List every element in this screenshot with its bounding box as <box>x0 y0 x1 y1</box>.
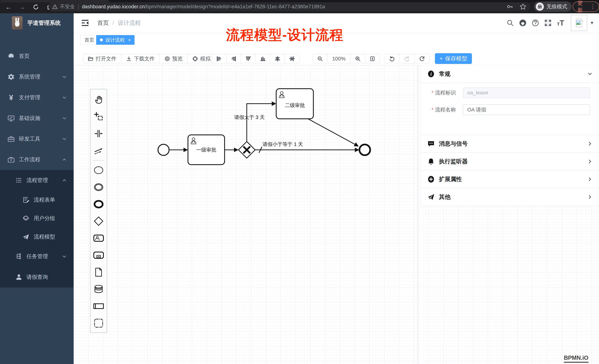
align-center-vertical-icon[interactable] <box>270 54 285 63</box>
process-key-field-row: * 流程标识 <box>421 87 599 98</box>
chevron-right-icon <box>587 194 593 200</box>
preview-button[interactable]: 预览 <box>160 54 188 63</box>
avatar[interactable] <box>571 15 587 31</box>
avatar-dropdown-icon[interactable]: ▼ <box>590 20 594 25</box>
sequence-flow-task2-to-end[interactable] <box>308 119 359 146</box>
process-name-field-row: * 流程名称 <box>421 104 599 115</box>
sequence-flow-task1-to-gateway[interactable] <box>225 148 238 152</box>
update-label[interactable]: 更新 <box>578 0 587 14</box>
end-event[interactable] <box>360 144 370 155</box>
panel-scrollbar[interactable] <box>417 65 420 364</box>
download-icon <box>126 56 132 61</box>
align-right-icon[interactable] <box>226 54 241 63</box>
flow-list-icon <box>15 176 23 184</box>
undo-icon[interactable] <box>384 54 400 63</box>
align-top-icon[interactable] <box>241 54 256 63</box>
incognito-badge: 无痕模式 <box>534 1 572 12</box>
broken-image-icon <box>574 18 584 28</box>
chevron-up-icon <box>62 157 67 162</box>
chevron-right-icon <box>587 159 593 164</box>
restart-icon[interactable] <box>414 54 430 63</box>
sidebar-item-process-form[interactable]: 流程表单 <box>0 191 74 209</box>
reload-icon[interactable] <box>32 3 40 11</box>
sidebar-item-infra[interactable]: 基础设施 <box>0 108 74 129</box>
send-icon <box>427 193 435 201</box>
section-general[interactable]: i 常规 <box>421 65 599 83</box>
sidebar-item-process-model[interactable]: 流程模型 <box>0 228 74 246</box>
section-extended-attributes[interactable]: 扩展属性 <box>421 170 599 188</box>
breadcrumb: 首页 / 设计流程 <box>97 13 141 33</box>
forward-icon[interactable]: → <box>18 3 26 11</box>
panel-divider <box>421 206 599 206</box>
process-name-input[interactable] <box>463 104 590 115</box>
tab-design-process[interactable]: 设计流程 × <box>96 35 134 45</box>
sidebar-item-workflow[interactable]: 工作流程 <box>0 149 74 170</box>
sidebar-item-leave-query[interactable]: 请假查询 <box>0 267 74 288</box>
align-bottom-icon[interactable] <box>256 54 270 63</box>
download-file-button[interactable]: 下载文件 <box>121 54 160 63</box>
app-title: 芋道管理系统 <box>27 19 61 27</box>
task2-label: 二级审批 <box>285 102 305 108</box>
align-center-horizontal-icon[interactable] <box>285 54 300 63</box>
browser-active-tab[interactable] <box>0 0 109 2</box>
sequence-flow-gateway-to-task2[interactable] <box>247 102 276 142</box>
incognito-label: 无痕模式 <box>546 3 567 10</box>
briefcase-icon <box>7 156 15 164</box>
simulate-button[interactable]: 模拟 <box>188 54 216 63</box>
section-execution-listener[interactable]: 执行监听器 <box>421 153 599 170</box>
user-task-level2[interactable]: 二级审批 <box>276 89 313 119</box>
warning-icon <box>52 4 58 9</box>
bell-icon <box>427 158 435 165</box>
process-key-input[interactable] <box>463 87 590 98</box>
sidebar-item-home[interactable]: 首页 <box>0 46 74 67</box>
sidebar-item-devtools[interactable]: 研发工具 <box>0 129 74 149</box>
font-size-icon[interactable]: тT <box>554 13 567 33</box>
url-bar[interactable]: 不安全 dashboard.yudao.iocoder.cn/bpm/manag… <box>48 2 530 11</box>
sidebar-collapse-icon[interactable] <box>80 18 90 28</box>
github-icon[interactable] <box>517 13 529 33</box>
section-message-signal[interactable]: 消息与信号 <box>421 135 599 152</box>
bookmark-star-icon[interactable] <box>520 3 527 10</box>
open-file-button[interactable]: 打开文件 <box>83 54 121 63</box>
flow-label-greater-than: 请假大于 3 天 <box>234 115 265 120</box>
url-host: dashboard.yudao.iocoder.cn <box>82 4 145 10</box>
flow-label-less-equal: 请假小于等于 1 天 <box>263 142 303 147</box>
browser-menu-icon[interactable]: ⋮ <box>590 4 596 9</box>
save-model-button[interactable]: + 保存模型 <box>435 53 472 64</box>
password-key-icon[interactable] <box>507 3 513 10</box>
zoom-out-icon[interactable] <box>313 54 327 63</box>
sidebar-item-user-group[interactable]: 用户分组 <box>0 209 74 228</box>
sidebar-item-system[interactable]: 系统管理 <box>0 67 74 87</box>
user-task-level1[interactable]: 一级审批 <box>188 135 225 165</box>
chip-icon <box>192 56 198 61</box>
breadcrumb-home[interactable]: 首页 <box>97 19 109 27</box>
sidebar-item-process-mgmt[interactable]: 流程管理 <box>0 170 74 191</box>
browser-update-button[interactable]: 更新 ⋮ <box>573 1 599 12</box>
process-name-label: 流程名称 <box>435 106 463 113</box>
bpmn-canvas[interactable]: 一级审批 二级审批 请假大于 3 天 请假小于等于 1 天 i 常规 * <box>74 65 599 364</box>
tab-close-icon[interactable]: × <box>128 37 131 43</box>
sequence-flow-start-to-task1[interactable] <box>169 148 188 152</box>
help-icon[interactable] <box>529 13 542 33</box>
page-title-annotation: 流程模型-设计流程 <box>226 26 344 44</box>
chevron-right-icon <box>587 177 593 182</box>
sidebar-item-task-mgmt[interactable]: 任务管理 <box>0 246 74 267</box>
sequence-flow-gateway-to-end[interactable] <box>255 147 359 153</box>
start-event[interactable] <box>158 144 169 155</box>
chevron-down-icon <box>62 254 67 259</box>
bpmn-io-logo[interactable]: BPMN.iO <box>564 355 589 363</box>
sidebar-item-payment[interactable]: ¥ 支付管理 <box>0 87 74 108</box>
exclusive-gateway[interactable] <box>238 142 255 158</box>
tab-home[interactable]: 首页 <box>80 35 98 45</box>
back-icon[interactable]: ← <box>4 3 13 11</box>
fit-viewport-icon[interactable] <box>365 54 380 63</box>
section-other[interactable]: 其他 <box>421 188 599 206</box>
security-label[interactable]: 不安全 <box>60 3 75 10</box>
search-icon[interactable] <box>504 13 517 33</box>
fullscreen-icon[interactable] <box>542 13 554 33</box>
monitor-icon <box>7 114 15 122</box>
redo-icon[interactable] <box>400 54 414 63</box>
align-left-icon[interactable] <box>212 54 226 63</box>
zoom-in-icon[interactable] <box>351 54 365 63</box>
user-group-icon <box>22 214 30 222</box>
